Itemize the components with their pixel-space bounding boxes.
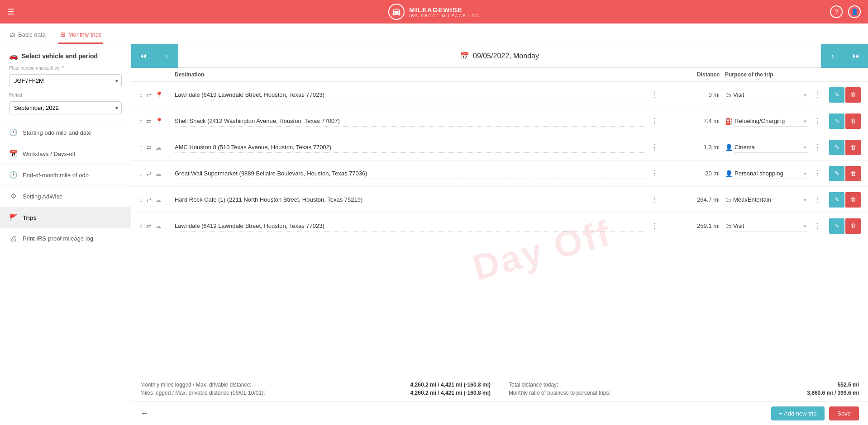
cloud-btn-6[interactable]: ☁ [154, 222, 162, 231]
destination-input-4[interactable] [175, 168, 647, 179]
sidebar-item-print[interactable]: 🖨 Print IRS-proof mileage log [0, 228, 131, 249]
sidebar-item-setting-adwise-label: Setting AdWise [23, 193, 62, 200]
first-date-button[interactable]: ⏮ [131, 44, 155, 68]
row-controls-3: ↕ ⇄ ☁ [138, 143, 175, 152]
destination-input-wrap-4 [175, 168, 647, 179]
destination-input-6[interactable] [175, 221, 647, 231]
action-cell-5: ✎ 🗑 [825, 192, 861, 208]
sidebar-item-end-of-month[interactable]: 🕐 End-of-month mile of odo [0, 165, 131, 186]
delete-btn-4[interactable]: 🗑 [845, 166, 861, 181]
add-trip-button[interactable]: + Add new trip [771, 406, 825, 420]
destination-input-1[interactable] [175, 90, 647, 100]
more-btn-2[interactable]: ⋮ [647, 115, 662, 127]
delete-btn-1[interactable]: 🗑 [845, 87, 861, 103]
sidebar-item-workdays[interactable]: 📅 Workdays / Days-off [0, 143, 131, 165]
purpose-select-1[interactable]: Visit [733, 90, 808, 100]
purpose-select-6[interactable]: Visit [733, 221, 808, 231]
row-controls-6: ↕ ⇄ ☁ [138, 222, 175, 231]
edit-btn-3[interactable]: ✎ [829, 140, 844, 155]
logo-text: MILEAGEWISE IRS-PROOF MILEAGE LOG [409, 6, 480, 18]
hamburger-icon[interactable]: ☰ [7, 7, 14, 17]
destination-input-2[interactable] [175, 116, 647, 127]
user-icon[interactable]: 👤 [848, 5, 861, 18]
back-button[interactable]: ← [140, 409, 148, 418]
sidebar-item-print-label: Print IRS-proof mileage log [23, 235, 93, 242]
table-row: ↕ ⇄ ☁ ⋮ 259.1 mi 🗂 [131, 213, 868, 239]
sort-up-down-btn-4[interactable]: ↕ [138, 169, 143, 178]
top-header: ☰ MILEAGEWISE IRS-PROOF MILEAGE LOG ? 👤 [0, 0, 868, 24]
edit-btn-4[interactable]: ✎ [829, 166, 844, 181]
purpose-select-2[interactable]: Refueling/Charging [734, 116, 808, 127]
next-date-button[interactable]: › [821, 44, 844, 68]
last-date-button[interactable]: ⏭ [844, 44, 868, 68]
sliders-btn-3[interactable]: ⇄ [145, 143, 153, 152]
destination-input-3[interactable] [175, 142, 647, 153]
table-header: Destination Distance Purpose of the trip [131, 68, 868, 82]
sidebar-item-trips[interactable]: 🚩 Trips [0, 207, 131, 228]
sort-up-down-btn-5[interactable]: ↕ [138, 195, 143, 204]
purpose-select-wrap-1: Visit [733, 90, 808, 100]
action-cell-6: ✎ 🗑 [825, 218, 861, 234]
sliders-btn-1[interactable]: ⇄ [145, 90, 153, 99]
prev-date-button[interactable]: ‹ [155, 44, 178, 68]
cloud-btn-5[interactable]: ☁ [154, 195, 162, 204]
sort-up-down-btn-2[interactable]: ↕ [138, 117, 143, 126]
sliders-btn-6[interactable]: ⇄ [145, 222, 153, 231]
delete-btn-5[interactable]: 🗑 [845, 192, 861, 208]
sliders-btn-5[interactable]: ⇄ [145, 195, 153, 204]
app-subtitle: IRS-PROOF MILEAGE LOG [409, 14, 480, 18]
cloud-btn-4[interactable]: ☁ [154, 169, 162, 178]
row-controls-4: ↕ ⇄ ☁ [138, 169, 175, 178]
more-btn-6[interactable]: ⋮ [647, 220, 662, 232]
stat3-value: 552.5 mi [838, 382, 859, 388]
edit-btn-1[interactable]: ✎ [829, 87, 844, 103]
more-btn-3[interactable]: ⋮ [647, 141, 662, 153]
stat1-value: 4,260.2 mi / 4,421 mi (-160.8 mi) [410, 382, 491, 388]
sort-up-down-btn-1[interactable]: ↕ [138, 90, 143, 99]
sidebar-item-starting-odo[interactable]: 🕐 Starting odo mile and date [0, 122, 131, 143]
purpose-more-btn-3[interactable]: ⋮ [810, 141, 825, 153]
col-actions [825, 71, 861, 78]
help-icon[interactable]: ? [830, 5, 843, 18]
car-icon: 🚗 [9, 52, 18, 60]
delete-btn-3[interactable]: 🗑 [845, 140, 861, 155]
tab-monthly-trips[interactable]: ⊞ Monthly trips [58, 26, 104, 44]
purpose-more-btn-5[interactable]: ⋮ [810, 194, 825, 206]
sort-up-down-btn-6[interactable]: ↕ [138, 222, 143, 231]
save-button[interactable]: Save [829, 406, 859, 420]
purpose-icon-2: ⛽ [725, 118, 733, 125]
sort-up-down-btn-3[interactable]: ↕ [138, 143, 143, 152]
purpose-more-btn-6[interactable]: ⋮ [810, 220, 825, 232]
purpose-select-3[interactable]: Cinema [734, 142, 808, 153]
purpose-more-btn-2[interactable]: ⋮ [810, 115, 825, 127]
row-controls-1: ↕ ⇄ 📍 [138, 90, 175, 99]
sidebar-item-setting-adwise[interactable]: ⚙ Setting AdWise [0, 186, 131, 207]
purpose-more-btn-1[interactable]: ⋮ [810, 89, 825, 101]
more-btn-4[interactable]: ⋮ [647, 167, 662, 179]
edit-btn-6[interactable]: ✎ [829, 218, 844, 234]
delete-btn-6[interactable]: 🗑 [845, 218, 861, 234]
destination-input-wrap-1 [175, 90, 647, 100]
plate-select[interactable]: JGF7FF2M [9, 74, 122, 87]
destination-cell-2: ⋮ [175, 115, 662, 127]
period-select[interactable]: September, 2022 [9, 101, 122, 114]
sliders-btn-2[interactable]: ⇄ [145, 117, 153, 126]
cloud-btn-3[interactable]: ☁ [154, 143, 162, 152]
distance-cell-6: 259.1 mi [662, 222, 725, 229]
location-btn-1[interactable]: 📍 [154, 90, 164, 99]
purpose-select-5[interactable]: Meal/Entertain [733, 194, 808, 205]
purpose-select-4[interactable]: Personal shopping [734, 168, 808, 179]
monthly-trips-icon: ⊞ [60, 31, 66, 38]
more-btn-1[interactable]: ⋮ [647, 89, 662, 101]
more-btn-5[interactable]: ⋮ [647, 194, 662, 206]
location-btn-2[interactable]: 📍 [154, 117, 164, 126]
sliders-btn-4[interactable]: ⇄ [145, 169, 153, 178]
destination-input-5[interactable] [175, 194, 647, 205]
purpose-more-btn-4[interactable]: ⋮ [810, 167, 825, 179]
delete-btn-2[interactable]: 🗑 [845, 113, 861, 129]
sidebar-item-trips-label: Trips [23, 214, 37, 221]
edit-btn-2[interactable]: ✎ [829, 113, 844, 129]
tab-basic-data[interactable]: 🗂 Basic data [7, 26, 48, 44]
edit-btn-5[interactable]: ✎ [829, 192, 844, 208]
sub-header: 🗂 Basic data ⊞ Monthly trips [0, 24, 868, 44]
